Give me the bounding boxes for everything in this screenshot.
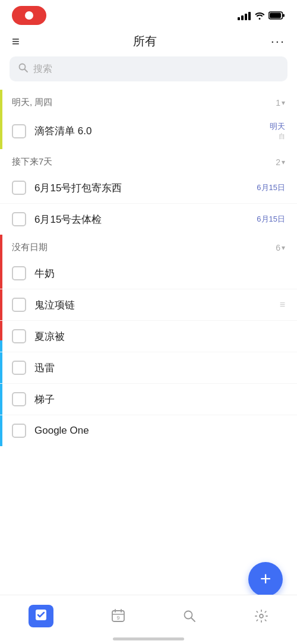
header: ≡ 所有 ···	[0, 29, 297, 56]
chevron-down-icon: ▾	[282, 99, 285, 107]
task-label: 滴答清单 6.0	[34, 124, 270, 138]
task-item: Google One	[0, 415, 297, 446]
menu-button[interactable]: ≡	[12, 34, 20, 49]
section-count-tomorrow[interactable]: 1 ▾	[276, 98, 285, 108]
task-checkbox[interactable]	[12, 424, 26, 438]
svg-rect-1	[283, 14, 285, 17]
nav-item-calendar[interactable]: 9	[102, 607, 135, 626]
calendar-icon: 9	[111, 609, 125, 623]
task-label: Google One	[34, 425, 285, 437]
search-nav-icon	[182, 609, 197, 623]
task-item: 梯子	[0, 384, 297, 415]
nav-item-search[interactable]	[173, 607, 206, 626]
status-bar	[0, 0, 297, 29]
task-item: 迅雷	[0, 352, 297, 384]
search-icon	[18, 62, 29, 75]
note-icon: ≡	[280, 299, 285, 310]
task-label: 夏凉被	[34, 330, 285, 343]
task-item: 夏凉被	[0, 321, 297, 352]
svg-text:9: 9	[116, 615, 119, 621]
task-item: 6月15号去体检 6月15日	[0, 204, 297, 235]
svg-line-4	[25, 70, 28, 72]
task-checkbox[interactable]	[12, 298, 26, 312]
more-button[interactable]: ···	[271, 34, 285, 49]
page-title: 所有	[133, 33, 157, 49]
wifi-icon	[254, 11, 265, 20]
task-item: 牛奶	[0, 258, 297, 289]
nav-item-settings[interactable]	[245, 607, 278, 626]
task-checkbox[interactable]	[12, 124, 26, 138]
task-date: 明天	[270, 121, 285, 132]
task-item: 鬼泣项链 ≡	[0, 289, 297, 321]
signal-icon	[238, 11, 251, 20]
section-header-nodate: 没有日期 6 ▾	[0, 235, 297, 258]
task-checkbox[interactable]	[12, 329, 26, 343]
section-header-tomorrow: 明天, 周四 1 ▾	[0, 90, 297, 113]
section-count-next7days[interactable]: 2 ▾	[276, 157, 285, 167]
nav-item-tasks[interactable]	[19, 602, 63, 630]
svg-line-12	[191, 618, 195, 621]
task-item: 滴答清单 6.0 明天 自	[0, 113, 297, 149]
task-checkbox[interactable]	[12, 212, 26, 226]
task-date: 6月15日	[257, 182, 285, 193]
record-dot	[25, 11, 33, 20]
task-sub-label: 自	[279, 132, 285, 141]
task-checkbox[interactable]	[12, 181, 26, 195]
task-item: 6月15号打包寄东西 6月15日	[0, 172, 297, 204]
tasks-icon	[34, 608, 48, 621]
task-label: 6月15号打包寄东西	[34, 181, 257, 195]
record-button[interactable]	[12, 6, 46, 25]
add-task-button[interactable]: +	[248, 562, 283, 596]
section-title-tomorrow: 明天, 周四	[12, 97, 52, 108]
section-title-next7days: 接下来7天	[12, 156, 52, 168]
section-header-next7days: 接下来7天 2 ▾	[0, 149, 297, 172]
bottom-nav: 9	[0, 595, 297, 644]
task-date: 6月15日	[257, 214, 285, 225]
task-label: 6月15号去体检	[34, 213, 257, 226]
tasks-icon-wrapper	[29, 605, 53, 627]
svg-rect-2	[270, 13, 281, 18]
search-bar[interactable]: 搜索	[10, 56, 287, 81]
section-nodate: 没有日期 6 ▾ 牛奶 鬼泣项链 ≡ 夏凉被 迅雷 梯子 Google One	[0, 235, 297, 446]
home-indicator	[113, 637, 184, 640]
section-next7days: 接下来7天 2 ▾ 6月15号打包寄东西 6月15日 6月15号去体检 6月15…	[0, 149, 297, 235]
section-tomorrow: 明天, 周四 1 ▾ 滴答清单 6.0 明天 自	[0, 90, 297, 149]
svg-point-13	[260, 614, 263, 618]
chevron-down-icon: ▾	[282, 158, 285, 166]
settings-icon	[254, 609, 268, 623]
task-checkbox[interactable]	[12, 392, 26, 406]
status-left	[12, 6, 46, 25]
plus-icon: +	[260, 569, 271, 588]
search-placeholder: 搜索	[33, 63, 52, 75]
chevron-down-icon: ▾	[282, 244, 285, 252]
task-label: 迅雷	[34, 361, 285, 375]
task-checkbox[interactable]	[12, 266, 26, 280]
section-title-nodate: 没有日期	[12, 242, 48, 253]
status-right	[238, 11, 285, 20]
task-label: 梯子	[34, 393, 285, 406]
task-label: 鬼泣项链	[34, 298, 280, 312]
battery-icon	[268, 11, 285, 20]
task-label: 牛奶	[34, 267, 285, 280]
task-checkbox[interactable]	[12, 361, 26, 375]
section-count-nodate[interactable]: 6 ▾	[276, 243, 285, 252]
